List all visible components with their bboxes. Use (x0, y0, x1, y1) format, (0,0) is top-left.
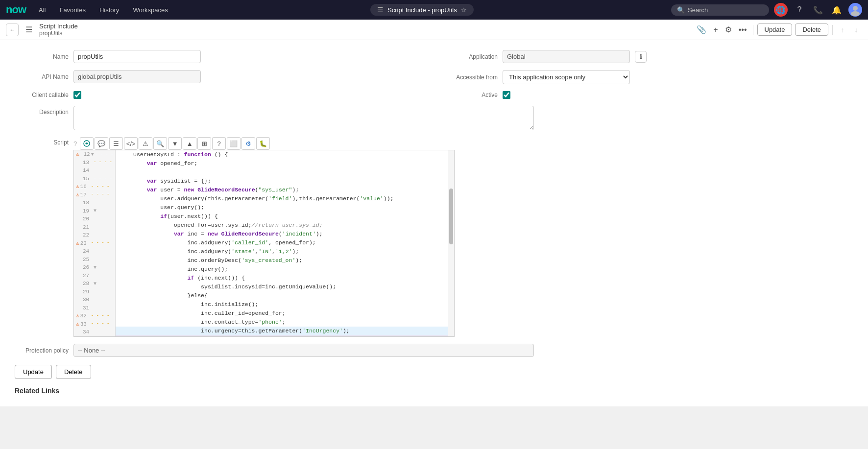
main-content: Name Application ℹ API Name Accessible f… (0, 40, 868, 449)
search-box[interactable]: 🔍 Search (671, 4, 769, 16)
script-up-btn[interactable]: ▲ (183, 137, 196, 150)
description-textarea[interactable] (73, 106, 534, 130)
title-pill[interactable]: ☰ Script Include - propUtils ☆ (370, 4, 474, 16)
script-settings-btn[interactable]: ⚙ (241, 137, 255, 150)
script-search-btn[interactable]: 🔍 (153, 137, 167, 150)
description-group: Description (15, 106, 853, 130)
script-help-btn[interactable]: ? (212, 137, 226, 150)
marker-12: - - - - (95, 151, 114, 158)
linenum-14: 14 (83, 166, 93, 175)
code-line-24: inc.orderByDesc('sys_created_on'); (116, 256, 448, 265)
marker-23: - - - - (91, 240, 114, 247)
menu-button[interactable]: ☰ (23, 24, 35, 36)
client-callable-checkbox[interactable] (73, 91, 81, 99)
gutter-22: 22 (74, 231, 115, 239)
api-name-group: API Name (15, 70, 424, 83)
script-section: Script ? 💬 ☰ </> ⚠ 🔍 ▼ ▲ (15, 137, 853, 337)
next-arrow[interactable]: ↓ (850, 24, 862, 36)
script-help-icon[interactable]: ? (73, 140, 77, 147)
code-line-33: inc.impact=this.getParameter('Impact'); (116, 335, 448, 336)
menu-icon: ☰ (377, 6, 384, 14)
marker-32: - - - - (91, 313, 114, 320)
code-line-31: inc.contact_type='phone'; (116, 318, 448, 327)
api-name-input (73, 70, 201, 83)
linenum-13: 13 (83, 159, 93, 167)
star-icon[interactable]: ☆ (461, 6, 467, 14)
script-list-btn[interactable]: ☰ (109, 137, 123, 150)
nav-all[interactable]: All (34, 4, 50, 16)
code-line-27: sysidlist.incsysid=inc.getUniqueValue(); (116, 283, 448, 291)
scrollbar-thumb[interactable] (449, 189, 453, 244)
linenum-18: 18 (83, 199, 93, 207)
header-delete-button[interactable]: Delete (795, 24, 828, 36)
update-button[interactable]: Update (15, 365, 52, 379)
script-expand-btn[interactable]: ⊞ (197, 137, 211, 150)
top-nav: now All Favorites History Workspaces ☰ S… (0, 0, 868, 20)
help-icon[interactable]: ? (793, 3, 806, 17)
warn-dot-32: ⚠ (76, 312, 79, 320)
nav-history[interactable]: History (95, 4, 124, 16)
fold-12[interactable]: ▼ (91, 151, 94, 158)
back-button[interactable]: ← (6, 24, 19, 36)
nav-workspaces[interactable]: Workspaces (128, 4, 172, 16)
gutter-20: 20 (74, 215, 115, 223)
script-full-btn[interactable]: ⬜ (227, 137, 241, 150)
gutter-17: ⚠ 17 - - - - (74, 191, 115, 199)
warn-dot-16: ⚠ (76, 183, 79, 191)
code-line-21: var inc = new GlideRecordSecure('inciden… (116, 230, 448, 238)
code-line-19: if(user.next()) { (116, 212, 448, 221)
fold-28[interactable]: ▼ (94, 280, 96, 287)
protection-row: Protection policy (15, 344, 853, 357)
gutter-18: 18 (74, 199, 115, 207)
client-callable-label: Client callable (15, 92, 69, 98)
fold-26[interactable]: ▼ (94, 264, 96, 271)
script-debug-btn[interactable]: 🐛 (256, 137, 270, 150)
script-down-btn[interactable]: ▼ (168, 137, 182, 150)
form-row-1: Name Application ℹ (15, 50, 853, 63)
script-code-btn[interactable]: </> (124, 137, 138, 150)
accessible-from-group: Accessible from This application scope o… (444, 70, 853, 84)
script-label: Script (15, 137, 69, 146)
user-avatar[interactable] (848, 3, 862, 17)
gutter-25: 25 (74, 256, 115, 264)
add-icon[interactable]: + (711, 24, 720, 36)
gutter-28: 28 ▼ (74, 280, 115, 288)
code-line-15: var sysidlist = {}; (116, 177, 448, 186)
linenum-20: 20 (83, 215, 93, 223)
name-input[interactable] (73, 50, 201, 63)
more-icon[interactable]: ••• (737, 24, 749, 36)
settings-icon[interactable]: ⚙ (723, 23, 734, 36)
fold-19[interactable]: ▼ (94, 207, 96, 214)
script-container[interactable]: ⚠ 12 ▼ - - - - 13 - - - - (73, 150, 455, 337)
marker-17: - - - - (91, 191, 114, 198)
form-row-description: Description (15, 106, 853, 130)
code-line-28: }else{ (116, 291, 448, 300)
form-row-2: API Name Accessible from This applicatio… (15, 70, 853, 84)
linenum-15: 15 (83, 175, 93, 183)
code-line-17: user.addQuery(this.getParameter('field')… (116, 194, 448, 203)
code-editor: ⚠ 12 ▼ - - - - 13 - - - - (74, 150, 454, 336)
delete-button[interactable]: Delete (56, 365, 91, 379)
accessible-from-select[interactable]: This application scope only All applicat… (503, 70, 630, 84)
script-lint-btn[interactable]: ⚠ (139, 137, 152, 150)
code-content[interactable]: UserGetSysId : function () { var opened_… (116, 150, 448, 336)
linenum-33: 33 (80, 320, 90, 329)
globe-icon[interactable]: 🌐 (774, 3, 788, 17)
header-update-button[interactable]: Update (757, 24, 793, 36)
bell-icon[interactable]: 🔔 (830, 3, 844, 17)
script-comment-btn[interactable]: 💬 (95, 137, 108, 150)
description-label: Description (15, 106, 69, 116)
phone-icon[interactable]: 📞 (811, 3, 825, 17)
active-checkbox[interactable] (503, 91, 510, 99)
now-logo: now (6, 3, 26, 16)
script-ai-btn[interactable] (80, 137, 94, 150)
scrollbar[interactable] (448, 150, 454, 336)
line-gutter: ⚠ 12 ▼ - - - - 13 - - - - (74, 150, 116, 336)
gutter-23: ⚠ 23 - - - - (74, 239, 115, 248)
attachment-icon[interactable]: 📎 (695, 23, 708, 36)
prev-arrow[interactable]: ↑ (837, 24, 848, 36)
application-info-icon[interactable]: ℹ (635, 51, 647, 63)
linenum-19: 19 (83, 207, 93, 215)
nav-arrows: ↑ ↓ (837, 24, 862, 36)
nav-favorites[interactable]: Favorites (54, 4, 90, 16)
